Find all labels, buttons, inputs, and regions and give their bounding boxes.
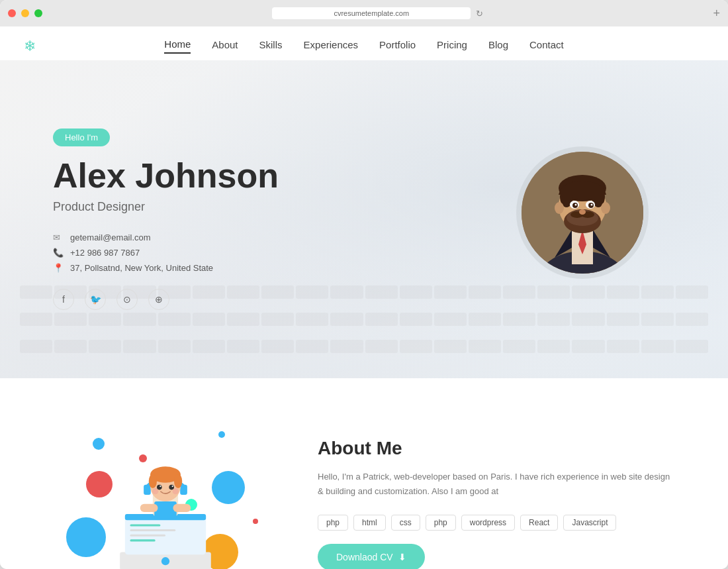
nav-home[interactable]: Home	[164, 38, 191, 54]
svg-point-32	[161, 557, 169, 565]
download-cv-label: Downlaod CV	[336, 552, 393, 562]
refresh-icon[interactable]: ↻	[476, 9, 483, 19]
profile-image-container	[516, 146, 649, 279]
deco-circle-red-xs	[253, 519, 258, 524]
svg-rect-30	[130, 535, 165, 537]
url-bar[interactable]: cvresumetemplate.com	[272, 7, 471, 19]
close-button[interactable]	[8, 9, 16, 17]
github-icon[interactable]: ⊙	[116, 289, 138, 310]
svg-rect-35	[180, 485, 187, 495]
svg-point-47	[173, 488, 179, 494]
browser-window: cvresumetemplate.com ↻ + ❄ Home About Sk…	[0, 0, 728, 569]
nav-pricing[interactable]: Pricing	[437, 39, 467, 53]
nav-contact[interactable]: Contact	[529, 39, 564, 53]
about-content: About Me Hello, I'm a Patrick, web-devel…	[318, 438, 675, 569]
address-value: 37, Pollsatnd, New York, United State	[70, 263, 213, 273]
profile-circle-outer	[516, 146, 649, 279]
svg-point-45	[172, 486, 173, 487]
hero-section: Hello I'm Alex Johnson Product Designer …	[0, 60, 728, 378]
skill-html[interactable]: html	[353, 515, 386, 531]
svg-rect-29	[130, 529, 175, 531]
email-icon: ✉	[53, 233, 64, 242]
twitter-icon[interactable]: 🐦	[85, 289, 106, 310]
social-links: f 🐦 ⊙ ⊕	[53, 289, 675, 310]
dev-svg	[79, 458, 251, 569]
skill-php[interactable]: php	[318, 515, 348, 531]
nav-experiences[interactable]: Experiences	[304, 39, 359, 53]
nav-portfolio[interactable]: Portfolio	[379, 39, 416, 53]
location-icon: 📍	[53, 263, 64, 273]
skill-react[interactable]: React	[520, 515, 558, 531]
main-nav: ❄ Home About Skills Experiences Portfoli…	[0, 26, 728, 60]
svg-point-39	[174, 474, 182, 488]
avatar	[522, 152, 643, 274]
download-cv-button[interactable]: Downlaod CV ⬇	[318, 544, 425, 569]
about-section: About Me Hello, I'm a Patrick, web-devel…	[0, 378, 728, 569]
svg-point-11	[555, 202, 564, 214]
svg-point-38	[149, 474, 157, 488]
about-text: Hello, I'm a Patrick, web-developer base…	[318, 470, 675, 499]
skill-php2[interactable]: php	[426, 515, 456, 531]
phone-value: +12 986 987 7867	[70, 248, 140, 258]
download-icon: ⬇	[398, 552, 406, 562]
nav-blog[interactable]: Blog	[488, 39, 508, 53]
nav-skills[interactable]: Skills	[259, 39, 283, 53]
new-tab-button[interactable]: +	[713, 7, 720, 21]
svg-rect-28	[130, 525, 160, 527]
svg-point-46	[152, 488, 158, 494]
svg-rect-34	[144, 485, 151, 495]
skill-css[interactable]: css	[391, 515, 420, 531]
svg-rect-49	[140, 504, 158, 512]
deco-circle-blue-sm	[93, 438, 105, 450]
browser-chrome: cvresumetemplate.com ↻ +	[0, 0, 728, 26]
svg-point-12	[601, 202, 610, 214]
svg-point-22	[591, 204, 593, 206]
svg-rect-50	[173, 504, 191, 512]
nav-about[interactable]: About	[212, 39, 238, 53]
phone-icon: 📞	[53, 248, 64, 258]
minimize-button[interactable]	[21, 9, 29, 17]
about-title: About Me	[318, 438, 675, 459]
svg-point-44	[159, 486, 161, 487]
website-icon[interactable]: ⊕	[148, 289, 169, 310]
page-content: ❄ Home About Skills Experiences Portfoli…	[0, 26, 728, 569]
deco-circle-blue-xs	[218, 431, 225, 438]
about-illustration	[53, 418, 278, 569]
skills-tags: php html css php wordpress React Javascr…	[318, 515, 675, 531]
skill-wordpress[interactable]: wordpress	[461, 515, 515, 531]
svg-point-21	[575, 204, 577, 206]
svg-rect-48	[154, 501, 177, 519]
svg-rect-31	[130, 540, 155, 542]
email-value: getemail@email.com	[70, 233, 151, 242]
logo-icon: ❄	[24, 38, 36, 55]
skill-javascript[interactable]: Javascript	[563, 515, 616, 531]
svg-point-23	[579, 209, 586, 215]
maximize-button[interactable]	[34, 9, 42, 17]
hello-badge: Hello I'm	[53, 129, 110, 146]
address-bar-area: cvresumetemplate.com ↻	[48, 7, 707, 19]
facebook-icon[interactable]: f	[53, 289, 74, 310]
